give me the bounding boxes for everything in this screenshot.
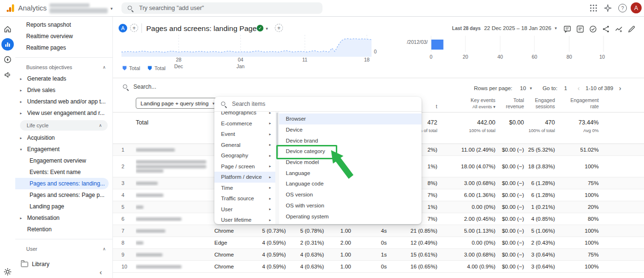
column-header-engaged-sessions[interactable]: Engagedsessions [524,97,555,110]
menu-category-geography[interactable]: Geography▸ [214,150,275,161]
menu-category-label: Time [221,185,233,191]
comparison-add-icon[interactable]: + [130,24,138,32]
checkmark-badge-icon: ✓ [257,25,263,31]
sidebar-item-understand-web-and-or-app-t[interactable]: ▸Understand web and/or app t... [15,96,112,107]
menu-category-event[interactable]: Event▸ [214,129,275,140]
legend-item[interactable]: Total [122,65,140,71]
share-icon[interactable] [602,25,610,33]
chart-legend: Total Total [122,65,166,71]
sidebar-item-pages-and-screens-page-p[interactable]: Pages and screens: Page p... [15,189,112,201]
redacted-page-path [136,217,181,221]
sidebar-item-label: Pages and screens: landing... [30,180,105,187]
folder-icon [21,262,28,267]
apps-grid-icon[interactable] [590,4,597,12]
account-switcher[interactable]: ▾ [48,0,114,16]
sidebar-item-events-event-name[interactable]: Events: Event name [15,166,112,178]
feedback-icon[interactable] [564,25,571,33]
add-comparison-icon[interactable]: + [275,24,283,32]
section-header-business-objectives[interactable]: Business objectives∧ [15,62,112,73]
menu-option-os-with-version[interactable]: OS with version [279,200,422,211]
cell-key-events: 3.00 (0.68%) [437,252,495,257]
menu-category-general[interactable]: General▸ [214,140,275,151]
menu-option-device[interactable]: Device [279,124,422,135]
row-number: 9 [121,252,136,257]
sidebar-item-realtime-overview[interactable]: Realtime overview [15,31,112,42]
menu-category-user[interactable]: User▸ [214,204,275,215]
menu-category-traffic-source[interactable]: Traffic source▸ [214,193,275,204]
menu-category-time[interactable]: Time▸ [214,183,275,194]
cell-engaged-sessions: 2 (0.43%) [524,240,555,246]
total-revenue: $0.00 [495,119,524,126]
menu-category-platform-device[interactable]: Platform / device▸ [214,172,275,183]
sidebar-item-reports-snapshot[interactable]: Reports snapshot [15,19,112,31]
table-search[interactable]: Search... [122,83,156,90]
menu-option-label: Device model [286,159,319,165]
global-search[interactable] [121,2,322,14]
sparkle-icon[interactable] [604,4,612,12]
menu-category-demographics[interactable]: Demographics▸ [214,112,275,118]
menu-category-e-commerce[interactable]: E-commerce▸ [214,118,275,129]
account-name-redacted [50,3,90,7]
column-header-engagement-rate[interactable]: Engagementrate [555,97,599,110]
menu-option-os-version[interactable]: OS version [279,189,422,200]
admin-gear-icon[interactable] [3,268,12,276]
expand-arrow-icon: ▸ [20,111,27,115]
chevron-left-icon[interactable]: ‹ [578,84,580,92]
cell-engagement-rate: 51.02% [555,147,599,153]
avatar[interactable]: A [631,2,642,13]
chevron-right-icon: ▸ [269,143,271,147]
column-header-key-events[interactable]: Key events All events ▾ [437,97,495,110]
chevron-right-icon: ▸ [269,196,271,201]
menu-search[interactable] [214,97,422,112]
menu-option-browser[interactable]: Browser [279,113,422,124]
sidebar-item-drive-sales[interactable]: ▸Drive sales [15,84,112,96]
menu-option-device-brand[interactable]: Device brand [279,135,422,146]
home-icon[interactable] [3,25,12,33]
sidebar-item-label: View user engagement and r... [27,110,105,116]
sidebar-item-library[interactable]: Library [15,258,112,270]
sidebar-item-realtime-pages[interactable]: Realtime pages [15,42,112,53]
insights-icon[interactable] [615,25,623,33]
sidebar-item-generate-leads[interactable]: ▸Generate leads [15,73,112,84]
edit-icon[interactable] [628,25,635,33]
legend-item[interactable]: Total [148,65,165,71]
compare-icon[interactable] [576,25,584,33]
sidebar-item-pages-and-screens-landing[interactable]: Pages and screens: landing... [15,178,109,189]
column-header-total-revenue[interactable]: Totalrevenue [495,97,524,110]
sidebar-item-acquisition[interactable]: ▸Acquisition [15,132,112,144]
menu-category-user-lifetime[interactable]: User lifetime▸ [214,215,275,224]
collapse-nav-icon[interactable]: ‹ [100,268,102,276]
menu-option-platform[interactable]: Platform [279,222,422,224]
sidebar-item-engagement-overview[interactable]: Engagement overview [15,155,112,166]
menu-category-page-screen[interactable]: Page / screen▸ [214,161,275,172]
help-icon[interactable]: ? [618,4,627,12]
chevron-right-icon[interactable]: › [619,84,621,92]
section-header-life-cycle[interactable]: Life cycle∧ [20,120,108,131]
annotation-arrow [327,147,361,185]
explore-icon[interactable] [3,55,12,64]
sidebar-item-monetisation[interactable]: ▸Monetisation [15,212,112,224]
advertising-icon[interactable] [3,71,12,79]
comparison-chip[interactable]: A [119,24,127,32]
section-header-user[interactable]: User∧ [15,243,112,255]
date-range-picker[interactable]: Last 28 days 22 Dec 2025 – 18 Jan 2026 ▾ [475,25,557,31]
menu-search-input[interactable] [231,100,376,108]
sidebar-item-retention[interactable]: Retention [15,224,112,235]
check-circle-icon[interactable] [589,25,597,33]
section-label: User [26,246,37,252]
rows-per-page-select[interactable]: 10 [520,85,526,91]
cell-views: 5 (0.73%) [248,228,286,234]
global-search-input[interactable] [138,4,292,12]
sidebar-item-view-user-engagement-and-r[interactable]: ▸View user engagement and r... [15,107,112,119]
reports-icon[interactable] [1,38,14,51]
svg-text:20: 20 [463,54,468,60]
sidebar-item-landing-page[interactable]: Landing page [15,201,112,212]
menu-scrollbar [275,112,279,224]
cell-revenue: $0.00 (−) [495,204,524,210]
menu-option-operating-system[interactable]: Operating system [279,211,422,222]
cell-landing-page [136,147,214,153]
sidebar-item-engagement[interactable]: ▾Engagement [15,144,112,155]
report-caret-icon[interactable]: ▾ [266,26,268,31]
goto-input[interactable]: 1 [564,85,567,91]
scrollbar-thumb[interactable] [276,113,278,156]
